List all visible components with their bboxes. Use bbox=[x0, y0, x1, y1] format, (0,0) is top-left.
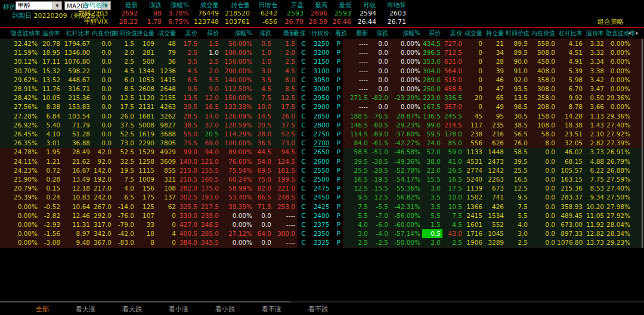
put-intrinsic-value[interactable]: 258.0 bbox=[530, 93, 557, 102]
put-label[interactable]: P bbox=[333, 157, 344, 166]
put-open-interest[interactable]: 34 bbox=[484, 48, 506, 57]
put-volume[interactable]: 1601 bbox=[464, 220, 484, 229]
put-leverage[interactable]: 105.57 bbox=[557, 166, 584, 175]
call-change-percent[interactable]: 100.00% bbox=[221, 48, 254, 57]
call-leverage[interactable]: 1346.00 bbox=[62, 48, 92, 57]
underlying-select[interactable]: 甲醇 ▼ bbox=[16, 1, 62, 10]
put-label[interactable]: P bbox=[333, 211, 344, 220]
call-open-interest[interactable]: 5008 bbox=[136, 121, 156, 130]
put-open-interest[interactable]: 1045 bbox=[484, 229, 506, 238]
put-change-percent[interactable]: -37.60% bbox=[390, 130, 422, 139]
put-intrinsic-value[interactable]: 0.0 bbox=[530, 184, 557, 193]
call-header-iv[interactable]: 隐含波动率 bbox=[11, 28, 39, 39]
put-intrinsic-value[interactable]: 358.0 bbox=[530, 76, 557, 85]
put-bid-price[interactable]: 223.0 bbox=[422, 93, 442, 102]
call-premium-rate[interactable]: -2.93 bbox=[39, 220, 62, 229]
put-ask-price[interactable]: 17.5 bbox=[442, 184, 464, 193]
call-label[interactable]: C bbox=[298, 85, 309, 93]
call-change[interactable]: 7.5 bbox=[254, 93, 273, 102]
call-iv[interactable]: 0.00% bbox=[11, 229, 39, 238]
put-leverage[interactable]: 673.00 bbox=[557, 220, 584, 229]
call-leverage[interactable]: 28.49 bbox=[62, 148, 92, 157]
call-iv[interactable]: 29.62% bbox=[11, 76, 39, 85]
put-leverage[interactable]: 18.38 bbox=[557, 121, 584, 130]
call-time-value[interactable]: 37.5 bbox=[113, 121, 136, 130]
put-header-ask-price[interactable]: 卖价 bbox=[442, 28, 464, 39]
put-change-percent[interactable]: -52.78% bbox=[390, 166, 422, 175]
call-iv[interactable]: 28.91% bbox=[11, 85, 39, 93]
put-time-value[interactable]: 39.5 bbox=[506, 157, 530, 166]
call-premium-rate[interactable]: 10.05 bbox=[39, 93, 62, 102]
put-open-interest[interactable]: 552 bbox=[484, 220, 506, 229]
call-volume[interactable]: 3688 bbox=[156, 130, 178, 139]
call-change[interactable]: 10.0 bbox=[254, 102, 273, 111]
call-volume[interactable]: 3609 bbox=[156, 157, 178, 166]
call-iv[interactable]: 28.42% bbox=[11, 93, 39, 102]
tab-全部[interactable]: 全部 bbox=[36, 305, 49, 314]
call-label[interactable]: C bbox=[298, 39, 309, 48]
call-volume[interactable]: 2648 bbox=[156, 85, 178, 93]
call-bid-price[interactable]: 248.5 bbox=[199, 220, 221, 229]
strike-label[interactable]: 3100 bbox=[309, 67, 333, 76]
put-volume[interactable]: 20 bbox=[464, 93, 484, 102]
put-label[interactable]: P bbox=[333, 39, 344, 48]
call-header-time-value[interactable]: 时间价值 bbox=[113, 28, 136, 39]
call-iv[interactable]: 26.35% bbox=[11, 139, 39, 148]
call-last-price[interactable]: 199.5 bbox=[273, 175, 297, 184]
call-leverage[interactable]: 448.67 bbox=[62, 76, 92, 85]
call-bid-price[interactable]: 5.5 bbox=[199, 76, 221, 85]
call-premium-rate[interactable]: 15.32 bbox=[39, 67, 62, 76]
call-volume[interactable]: 1415 bbox=[156, 76, 178, 85]
put-time-value[interactable]: 93.5 bbox=[506, 85, 530, 93]
call-ask-price[interactable]: 215.0 bbox=[178, 166, 199, 175]
call-premium-rate[interactable]: 3.01 bbox=[39, 139, 62, 148]
call-label[interactable]: C bbox=[298, 166, 309, 175]
put-bid-price[interactable]: 38.0 bbox=[422, 157, 442, 166]
call-leverage[interactable]: 11.31 bbox=[62, 220, 92, 229]
put-change[interactable]: -5.5 bbox=[370, 202, 390, 211]
call-change[interactable]: 36.5 bbox=[254, 139, 273, 148]
strike-label[interactable]: 2500 bbox=[309, 175, 333, 184]
put-intrinsic-value[interactable]: 558.0 bbox=[530, 39, 557, 48]
call-volume[interactable]: 0 bbox=[156, 211, 178, 220]
put-ask-price[interactable]: 7.5 bbox=[442, 211, 464, 220]
put-label[interactable]: P bbox=[333, 76, 344, 85]
tab-看大跌[interactable]: 看大跌 bbox=[122, 305, 142, 314]
put-change-percent[interactable]: 0.00% bbox=[390, 57, 422, 66]
call-open-interest[interactable]: 1529 bbox=[136, 148, 156, 157]
call-iv[interactable]: 0.00% bbox=[11, 211, 39, 220]
call-change[interactable]: 0.0 bbox=[254, 211, 273, 220]
call-label[interactable]: C bbox=[298, 238, 309, 247]
put-intrinsic-value[interactable]: 8.0 bbox=[530, 139, 557, 148]
put-change[interactable]: -15.5 bbox=[370, 184, 390, 193]
put-ask-price[interactable]: 41.0 bbox=[442, 157, 464, 166]
put-header-premium-rate[interactable]: 溢价率 bbox=[584, 28, 606, 39]
call-last-price[interactable]: 8.5 bbox=[273, 85, 297, 93]
put-time-value[interactable]: 2.5 bbox=[506, 238, 530, 247]
call-ask-price[interactable]: 2.5 bbox=[178, 48, 199, 57]
put-last-price[interactable]: 114.5 bbox=[343, 130, 370, 139]
call-time-value[interactable]: -42.0 bbox=[113, 229, 136, 238]
put-last-price[interactable]: ---- bbox=[343, 76, 370, 85]
put-iv[interactable]: 27.59% bbox=[606, 175, 632, 184]
put-premium-rate[interactable]: 8.53 bbox=[584, 184, 606, 193]
put-header-time-value[interactable]: 时间价值 bbox=[506, 28, 530, 39]
put-time-value[interactable]: 13.5 bbox=[506, 93, 530, 102]
call-last-price[interactable]: 52.5 bbox=[273, 130, 297, 139]
call-volume[interactable]: 4929 bbox=[156, 148, 178, 157]
strike-label[interactable]: 2450 bbox=[309, 193, 333, 202]
put-label[interactable]: P bbox=[333, 93, 344, 102]
call-open-interest[interactable]: 1009 bbox=[136, 175, 156, 184]
call-change[interactable]: 86.5 bbox=[254, 193, 273, 202]
call-ask-price[interactable]: 427.0 bbox=[178, 220, 199, 229]
call-iv[interactable]: 30.70% bbox=[11, 67, 39, 76]
put-volume[interactable]: 0 bbox=[464, 67, 484, 76]
put-open-interest[interactable]: 2473 bbox=[484, 157, 506, 166]
call-change-percent[interactable]: 39.39% bbox=[221, 202, 254, 211]
put-open-interest[interactable]: 626 bbox=[484, 139, 506, 148]
call-premium-rate[interactable]: 18.95 bbox=[39, 48, 62, 57]
put-last-price[interactable]: 9.5 bbox=[343, 193, 370, 202]
call-label[interactable]: C bbox=[298, 130, 309, 139]
call-time-value[interactable]: -83.0 bbox=[113, 238, 136, 247]
call-time-value[interactable]: -76.0 bbox=[113, 211, 136, 220]
